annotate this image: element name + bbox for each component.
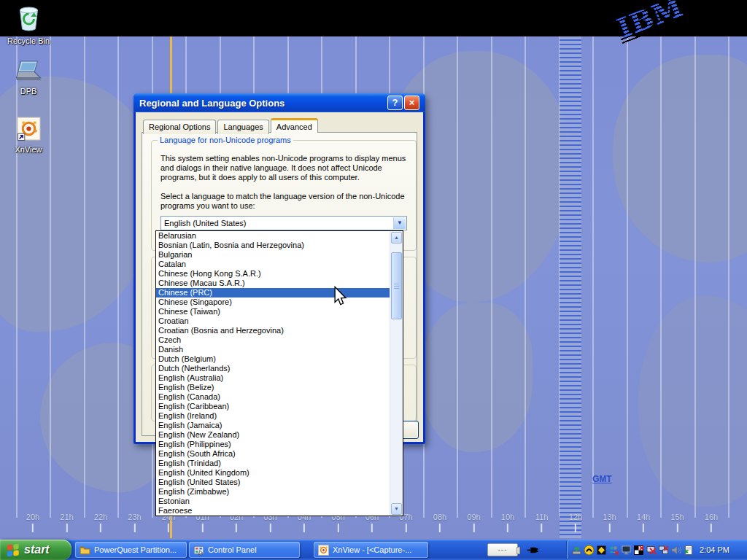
language-list-item[interactable]: Croatian: [156, 316, 390, 326]
scheduled-tasks-icon[interactable]: [683, 545, 694, 556]
group-title: Language for non-Unicode programs: [158, 136, 293, 144]
language-list-item[interactable]: English (Belize): [156, 383, 390, 392]
language-list-item[interactable]: English (United Kingdom): [156, 468, 390, 478]
timezone-tick: [303, 524, 305, 532]
timezone-tick: [337, 524, 338, 532]
language-list-item[interactable]: English (New Zealand): [156, 430, 390, 440]
meridian-line: [694, 36, 696, 518]
volume-icon[interactable]: [670, 545, 681, 556]
desktop-icon-xnview[interactable]: XnView: [1, 117, 55, 154]
language-list-item[interactable]: Dutch (Belgium): [156, 354, 390, 364]
power-meter-icon[interactable]: [596, 545, 607, 556]
timezone-hour-label: 20h: [26, 513, 39, 532]
timezone-tick: [133, 524, 135, 532]
meridian-line: [491, 36, 492, 518]
taskbar-button-label: Control Panel: [208, 545, 257, 554]
language-list-item[interactable]: Belarusian: [156, 231, 390, 241]
language-list-item[interactable]: Danish: [156, 345, 390, 354]
language-list: BelarusianBosnian (Latin, Bosnia and Her…: [156, 231, 390, 516]
language-list-item[interactable]: English (Canada): [156, 392, 390, 402]
desktop-icon-dpb[interactable]: DPB: [1, 60, 55, 96]
tray-clock[interactable]: 2:04 PM: [700, 545, 729, 554]
select-prompt-text: Select a language to match the language …: [160, 192, 409, 211]
language-list-item[interactable]: Faeroese: [156, 506, 390, 516]
tab-regional-options[interactable]: Regional Options: [143, 120, 216, 134]
ac-power-plug-icon[interactable]: [527, 545, 539, 559]
xnview-icon: [318, 545, 329, 556]
scroll-down-icon[interactable]: ▼: [391, 503, 402, 515]
meridian-line: [525, 36, 526, 518]
language-list-item[interactable]: English (Trinidad): [156, 459, 390, 468]
language-list-item[interactable]: Bosnian (Latin, Bosnia and Herzegovina): [156, 241, 390, 250]
meridian-line: [50, 36, 51, 518]
phone-monitor-icon[interactable]: [584, 545, 595, 556]
language-list-item[interactable]: Chinese (Macau S.A.R.): [156, 279, 390, 288]
list-scrollbar[interactable]: ▲ ▼: [390, 231, 403, 516]
scrollbar-thumb[interactable]: [391, 252, 402, 319]
close-button[interactable]: ×: [404, 96, 419, 110]
start-label: start: [24, 543, 50, 556]
taskbar-button-control-panel[interactable]: Control Panel: [189, 542, 300, 558]
language-list-item[interactable]: English (United States): [156, 478, 390, 487]
taskbar-button-label: XnView - [<Capture-...: [333, 545, 411, 554]
language-list-item[interactable]: English (Philippines): [156, 440, 390, 449]
battery-meter[interactable]: ---: [487, 543, 518, 556]
monitor-error-icon[interactable]: [646, 545, 657, 556]
map-landmass: [638, 295, 747, 507]
language-dropdown-list: BelarusianBosnian (Latin, Bosnia and Her…: [155, 230, 403, 516]
language-list-item[interactable]: English (Caribbean): [156, 402, 390, 411]
timezone-hour-label: 08h: [433, 513, 446, 532]
desktop-icon-recycle-bin[interactable]: Recycle Bin: [1, 4, 55, 45]
language-list-item[interactable]: English (Ireland): [156, 411, 390, 421]
dialog-titlebar[interactable]: Regional and Language Options: [133, 93, 425, 112]
offline-users-icon[interactable]: [608, 545, 619, 556]
timezone-tick: [405, 524, 406, 532]
start-button[interactable]: start: [0, 540, 71, 560]
map-landmass: [419, 303, 533, 452]
language-list-item[interactable]: Bulgarian: [156, 250, 390, 260]
language-list-item[interactable]: Dutch (Netherlands): [156, 364, 390, 373]
language-list-item[interactable]: English (Australia): [156, 373, 390, 383]
help-button[interactable]: ?: [387, 96, 403, 110]
network-disconnected-icon[interactable]: [658, 545, 669, 556]
tab-languages[interactable]: Languages: [217, 120, 268, 134]
language-list-item[interactable]: Czech: [156, 335, 390, 345]
timezone-tick: [269, 524, 271, 532]
language-list-item[interactable]: Estonian: [156, 497, 390, 506]
language-list-item[interactable]: Catalan: [156, 260, 390, 269]
timezone-tick: [66, 524, 67, 532]
language-combobox[interactable]: English (United States) ▼: [160, 216, 407, 230]
language-list-item[interactable]: Chinese (Hong Kong S.A.R.): [156, 269, 390, 279]
language-list-item[interactable]: Chinese (Singapore): [156, 298, 390, 307]
tab-advanced[interactable]: Advanced: [271, 118, 318, 133]
battery-status-text: ---: [498, 545, 508, 553]
timezone-hour-label: 09h: [467, 513, 480, 532]
language-list-item[interactable]: Chinese (PRC): [156, 288, 390, 298]
meridian-line: [84, 36, 85, 518]
laptop-icon: [15, 60, 42, 82]
safely-remove-hardware-icon[interactable]: [571, 545, 582, 556]
timezone-hour-label: 12h: [569, 513, 582, 532]
description-text: This system setting enables non-Unicode …: [160, 154, 409, 182]
timezone-tick: [608, 524, 610, 532]
display-settings-icon[interactable]: [621, 545, 632, 556]
language-list-item[interactable]: Chinese (Taiwan): [156, 307, 390, 316]
taskbar-button-powerquest[interactable]: PowerQuest Partition...: [75, 542, 187, 558]
language-list-item[interactable]: English (Zimbabwe): [156, 487, 390, 497]
timezone-tick: [371, 524, 373, 532]
timezone-hour-label: 21h: [60, 513, 73, 532]
chevron-down-icon[interactable]: ▼: [393, 217, 406, 229]
meridian-line: [457, 36, 458, 518]
xnview-icon: [17, 117, 41, 141]
timezone-tick: [168, 524, 169, 532]
thumb-grip: [394, 284, 399, 289]
taskbar-button-xnview[interactable]: XnView - [<Capture-...: [314, 542, 428, 558]
system-tray: 2:04 PM: [568, 540, 747, 560]
language-list-item[interactable]: English (Jamaica): [156, 421, 390, 430]
language-list-item[interactable]: English (South Africa): [156, 449, 390, 459]
language-list-item[interactable]: Croatian (Bosnia and Herzegovina): [156, 326, 390, 335]
timezone-hour-label: 13h: [603, 513, 616, 532]
graphics-utility-error-icon[interactable]: [633, 545, 644, 556]
scroll-up-icon[interactable]: ▲: [391, 232, 402, 244]
timezone-hour-label: 11h: [535, 513, 549, 532]
